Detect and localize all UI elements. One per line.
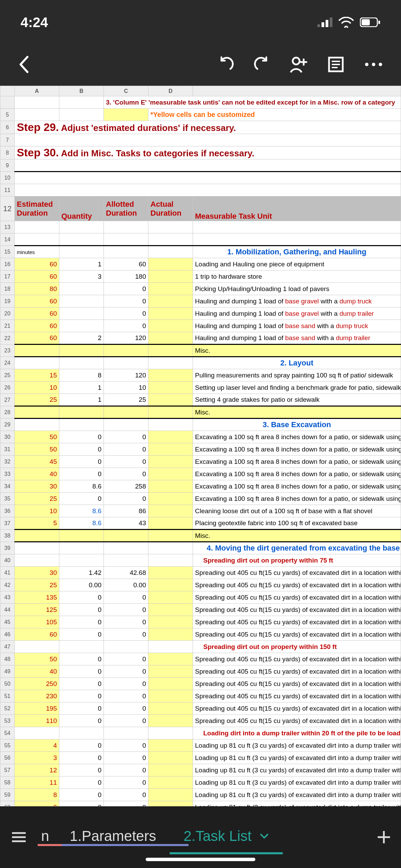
row-5[interactable]: 5*Yellow cells can be customized <box>0 109 401 121</box>
row-31[interactable]: 315000Excavating a 100 sq ft area 8 inch… <box>0 443 401 456</box>
row-18[interactable]: 18800Picking Up/Hauling/Unloading 1 load… <box>0 283 401 295</box>
row-15[interactable]: 15minutes1. Mobilization, Gathering, and… <box>0 246 401 258</box>
spreadsheet[interactable]: ABCD 3. 'Column E' 'measurable task unti… <box>0 86 401 863</box>
back-button[interactable] <box>17 54 31 76</box>
row-12[interactable]: 12 EstimatedDuration Quantity AllottedDu… <box>0 196 401 221</box>
tab-parameters[interactable]: 1.Parameters <box>56 820 170 854</box>
row-11[interactable]: 11 <box>0 184 401 196</box>
row-40[interactable]: 40Spreading dirt out on property within … <box>0 554 401 567</box>
row-17[interactable]: 176031801 trip to hardware store <box>0 270 401 283</box>
col-rest[interactable] <box>193 86 401 96</box>
col-header-row[interactable]: ABCD <box>0 86 401 96</box>
row-27[interactable]: 2725125Setting 4 grade stakes for patio … <box>0 394 401 406</box>
section-3: 3. Base Excavation <box>193 419 401 431</box>
row-38[interactable]: 38Misc. <box>0 530 401 542</box>
row-42[interactable]: 42250.000.00Spreading out 405 cu ft(15 c… <box>0 579 401 591</box>
row-14[interactable]: 14 <box>0 233 401 246</box>
col-c[interactable]: C <box>104 86 148 96</box>
misc-1: Misc. <box>193 345 401 357</box>
svg-rect-1 <box>321 22 324 27</box>
row-57[interactable]: 571200Loading up 81 cu ft (3 cu yards) o… <box>0 764 401 776</box>
share-button[interactable] <box>289 56 308 74</box>
more-button[interactable] <box>363 61 384 69</box>
hdr-est: EstimatedDuration <box>15 196 59 221</box>
row-45[interactable]: 4510500Spreading out 405 cu ft(15 cu yar… <box>0 616 401 628</box>
redo-button[interactable] <box>253 56 270 74</box>
row-50[interactable]: 5025000Spreading out 405 cu ft(15 cu yar… <box>0 678 401 690</box>
row-26[interactable]: 2610110Setting up laser level and findin… <box>0 382 401 394</box>
row-58[interactable]: 581100Loading up 81 cu ft (3 cu yards) o… <box>0 776 401 789</box>
row-28[interactable]: 28Misc. <box>0 406 401 419</box>
row-35[interactable]: 352500Excavating a 100 sq ft area 8 inch… <box>0 493 401 505</box>
row-43[interactable]: 4313500Spreading out 405 cu ft(15 cu yar… <box>0 591 401 604</box>
row-7[interactable]: 7 <box>0 134 401 146</box>
row-9[interactable]: 9 <box>0 159 401 172</box>
row-59[interactable]: 59800Loading up 81 cu ft (3 cu yards) of… <box>0 789 401 801</box>
row-49[interactable]: 494000Spreading out 405 cu ft(15 cu yard… <box>0 665 401 678</box>
sheets-menu-button[interactable] <box>0 830 38 844</box>
row-16[interactable]: 1660160Loading and Hauling one piece of … <box>0 258 401 270</box>
row-10[interactable]: 10 <box>0 172 401 184</box>
clock: 4:24 <box>21 15 48 30</box>
row-53[interactable]: 5311000Spreading out 405 cu ft(15 cu yar… <box>0 715 401 727</box>
col-a[interactable]: A <box>15 86 59 96</box>
step29-text: Adjust 'estimated durations' if necessar… <box>59 123 236 133</box>
row-48[interactable]: 485000Spreading out 405 cu ft(15 cu yard… <box>0 653 401 665</box>
row-33[interactable]: 334000Excavating a 100 sq ft area 8 inch… <box>0 468 401 480</box>
home-indicator[interactable] <box>146 858 255 861</box>
status-bar: 4:24 <box>0 0 401 45</box>
row-30[interactable]: 305000Excavating a 100 sq ft area 8 inch… <box>0 431 401 443</box>
row-34[interactable]: 34308.6258Excavating a 100 sq ft area 8 … <box>0 480 401 493</box>
row-4[interactable]: 3. 'Column E' 'measurable task untis' ca… <box>0 96 401 109</box>
hdr-qty: Quantity <box>59 196 104 221</box>
col-b[interactable]: B <box>59 86 104 96</box>
undo-button[interactable] <box>217 56 234 74</box>
row-54[interactable]: 54Loading dirt into a dump trailer withi… <box>0 727 401 739</box>
row-6[interactable]: 6Step 29. Adjust 'estimated durations' i… <box>0 121 401 134</box>
row-55[interactable]: 55400Loading up 81 cu ft (3 cu yards) of… <box>0 739 401 752</box>
row-41[interactable]: 41301.4242.68Spreading out 405 cu ft(15 … <box>0 567 401 579</box>
row-22[interactable]: 22602120Hauling and dumping 1 load of ba… <box>0 332 401 345</box>
row-21[interactable]: 21600Hauling and dumping 1 load of base … <box>0 320 401 332</box>
cellular-icon <box>317 17 332 27</box>
misc-3: Misc. <box>193 530 401 542</box>
row-52[interactable]: 5219500Spreading out 405 cu ft(15 cu yar… <box>0 702 401 715</box>
row-23[interactable]: 23Misc. <box>0 345 401 357</box>
comment-icon <box>327 56 344 73</box>
add-sheet-button[interactable] <box>367 830 401 845</box>
row-20[interactable]: 20600Hauling and dumping 1 load of base … <box>0 308 401 320</box>
row-25[interactable]: 25158120Pulling measurements and spray p… <box>0 369 401 382</box>
row-29[interactable]: 293. Base Excavation <box>0 419 401 431</box>
row-51[interactable]: 5123000Spreading out 405 cu ft(15 cu yar… <box>0 690 401 702</box>
row-24[interactable]: 242. Layout <box>0 357 401 369</box>
sub-load20: Loading dirt into a dump trailer within … <box>193 727 401 739</box>
col-d[interactable]: D <box>148 86 193 96</box>
row-47[interactable]: 47Spreading dirt out on property within … <box>0 641 401 653</box>
row-8[interactable]: 8Step 30. Add in Misc. Tasks to categori… <box>0 146 401 159</box>
row-37[interactable]: 3758.643Placing geotextile fabric into 1… <box>0 517 401 530</box>
svg-point-14 <box>379 63 382 66</box>
comments-button[interactable] <box>327 56 344 74</box>
row-13[interactable]: 13 <box>0 221 401 233</box>
note-3: 3. 'Column E' 'measurable task untis' ca… <box>104 96 401 109</box>
section-2: 2. Layout <box>193 357 401 369</box>
row-39[interactable]: 394. Moving the dirt generated from exca… <box>0 542 401 554</box>
tab-prev-fragment[interactable]: n <box>38 820 56 854</box>
svg-point-13 <box>372 63 375 66</box>
svg-point-7 <box>293 58 300 64</box>
grid[interactable]: ABCD 3. 'Column E' 'measurable task unti… <box>0 86 401 863</box>
section-4: 4. Moving the dirt generated from excava… <box>193 542 401 554</box>
row-46[interactable]: 466000Spreading out 405 cu ft(15 cu yard… <box>0 628 401 641</box>
app-toolbar <box>0 45 401 86</box>
step29-title: Step 29. <box>17 121 59 133</box>
chevron-down-icon <box>259 833 269 839</box>
tab-task-list[interactable]: 2.Task List <box>170 820 283 854</box>
row-44[interactable]: 4412500Spreading out 405 cu ft(15 cu yar… <box>0 604 401 616</box>
more-icon <box>363 61 384 68</box>
hdr-unit: Measurable Task Unit <box>193 196 401 221</box>
row-56[interactable]: 56300Loading up 81 cu ft (3 cu yards) of… <box>0 752 401 764</box>
row-32[interactable]: 324500Excavating a 100 sq ft area 8 inch… <box>0 456 401 468</box>
row-19[interactable]: 19600Hauling and dumping 1 load of base … <box>0 295 401 308</box>
section-1: 1. Mobilization, Gathering, and Hauling <box>193 246 401 258</box>
row-36[interactable]: 36108.686Cleaning loose dirt out of a 10… <box>0 505 401 517</box>
